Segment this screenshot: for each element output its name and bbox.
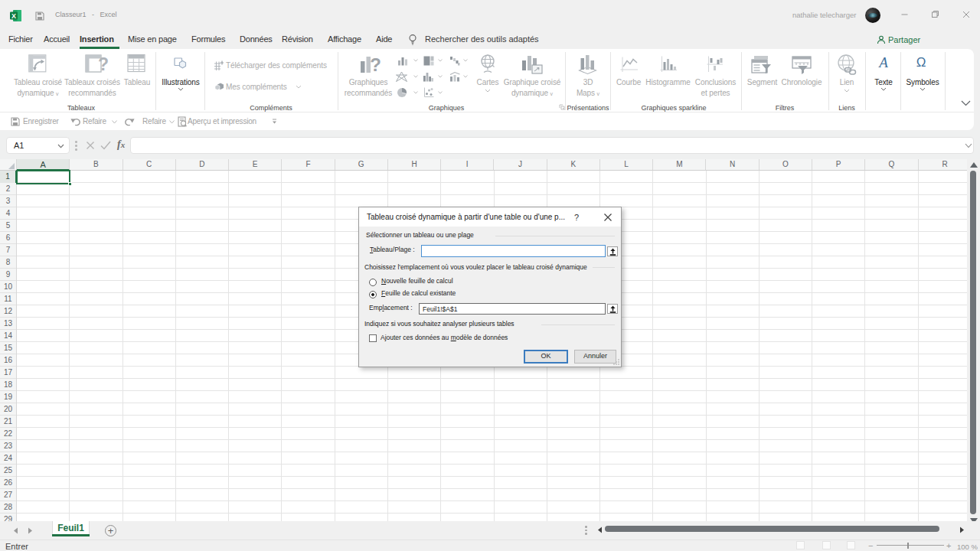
svg-text:?: ? <box>370 55 381 73</box>
svg-text:X: X <box>11 12 16 20</box>
svg-text:?: ? <box>98 54 109 73</box>
